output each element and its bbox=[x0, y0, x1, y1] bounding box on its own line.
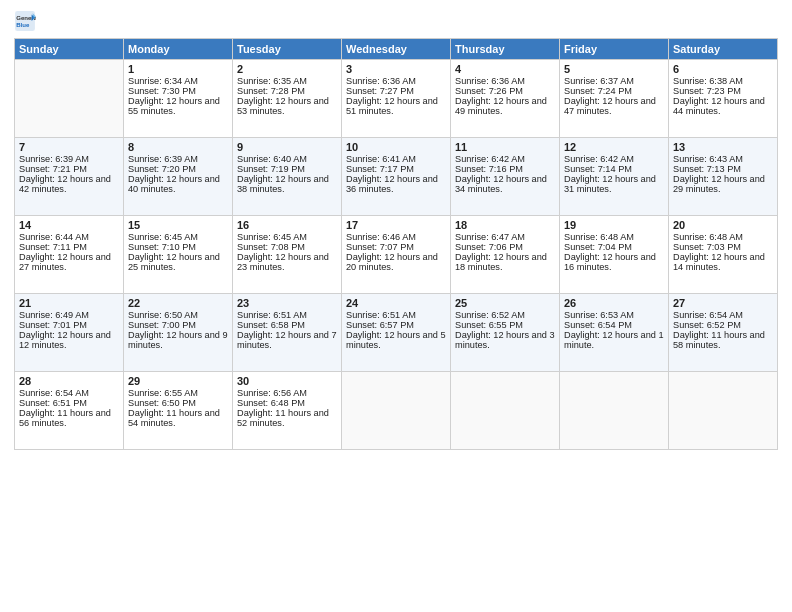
calendar-cell: 25Sunrise: 6:52 AMSunset: 6:55 PMDayligh… bbox=[451, 294, 560, 372]
col-header-sunday: Sunday bbox=[15, 39, 124, 60]
sunset-text: Sunset: 7:08 PM bbox=[237, 242, 337, 252]
sunset-text: Sunset: 7:17 PM bbox=[346, 164, 446, 174]
day-number: 2 bbox=[237, 63, 337, 75]
sunrise-text: Sunrise: 6:49 AM bbox=[19, 310, 119, 320]
day-number: 17 bbox=[346, 219, 446, 231]
calendar-cell: 18Sunrise: 6:47 AMSunset: 7:06 PMDayligh… bbox=[451, 216, 560, 294]
daylight-text: Daylight: 12 hours and 20 minutes. bbox=[346, 252, 446, 272]
day-number: 7 bbox=[19, 141, 119, 153]
sunrise-text: Sunrise: 6:34 AM bbox=[128, 76, 228, 86]
daylight-text: Daylight: 12 hours and 23 minutes. bbox=[237, 252, 337, 272]
daylight-text: Daylight: 12 hours and 7 minutes. bbox=[237, 330, 337, 350]
daylight-text: Daylight: 12 hours and 53 minutes. bbox=[237, 96, 337, 116]
sunrise-text: Sunrise: 6:44 AM bbox=[19, 232, 119, 242]
page-container: General Blue SundayMondayTuesdayWednesda… bbox=[0, 0, 792, 612]
sunrise-text: Sunrise: 6:50 AM bbox=[128, 310, 228, 320]
sunrise-text: Sunrise: 6:42 AM bbox=[455, 154, 555, 164]
sunrise-text: Sunrise: 6:53 AM bbox=[564, 310, 664, 320]
calendar-cell: 2Sunrise: 6:35 AMSunset: 7:28 PMDaylight… bbox=[233, 60, 342, 138]
calendar-cell: 15Sunrise: 6:45 AMSunset: 7:10 PMDayligh… bbox=[124, 216, 233, 294]
calendar-cell bbox=[560, 372, 669, 450]
col-header-friday: Friday bbox=[560, 39, 669, 60]
day-number: 15 bbox=[128, 219, 228, 231]
sunrise-text: Sunrise: 6:52 AM bbox=[455, 310, 555, 320]
calendar-cell: 30Sunrise: 6:56 AMSunset: 6:48 PMDayligh… bbox=[233, 372, 342, 450]
daylight-text: Daylight: 12 hours and 12 minutes. bbox=[19, 330, 119, 350]
daylight-text: Daylight: 11 hours and 54 minutes. bbox=[128, 408, 228, 428]
week-row-5: 28Sunrise: 6:54 AMSunset: 6:51 PMDayligh… bbox=[15, 372, 778, 450]
sunset-text: Sunset: 7:28 PM bbox=[237, 86, 337, 96]
sunset-text: Sunset: 7:24 PM bbox=[564, 86, 664, 96]
header: General Blue bbox=[14, 10, 778, 32]
sunset-text: Sunset: 7:06 PM bbox=[455, 242, 555, 252]
week-row-3: 14Sunrise: 6:44 AMSunset: 7:11 PMDayligh… bbox=[15, 216, 778, 294]
col-header-saturday: Saturday bbox=[669, 39, 778, 60]
daylight-text: Daylight: 12 hours and 47 minutes. bbox=[564, 96, 664, 116]
calendar-cell bbox=[15, 60, 124, 138]
calendar-cell bbox=[342, 372, 451, 450]
calendar-cell: 3Sunrise: 6:36 AMSunset: 7:27 PMDaylight… bbox=[342, 60, 451, 138]
daylight-text: Daylight: 12 hours and 25 minutes. bbox=[128, 252, 228, 272]
sunrise-text: Sunrise: 6:54 AM bbox=[673, 310, 773, 320]
calendar-table: SundayMondayTuesdayWednesdayThursdayFrid… bbox=[14, 38, 778, 450]
calendar-cell: 24Sunrise: 6:51 AMSunset: 6:57 PMDayligh… bbox=[342, 294, 451, 372]
sunset-text: Sunset: 6:57 PM bbox=[346, 320, 446, 330]
calendar-cell: 16Sunrise: 6:45 AMSunset: 7:08 PMDayligh… bbox=[233, 216, 342, 294]
day-number: 8 bbox=[128, 141, 228, 153]
sunset-text: Sunset: 6:55 PM bbox=[455, 320, 555, 330]
day-number: 30 bbox=[237, 375, 337, 387]
sunrise-text: Sunrise: 6:51 AM bbox=[237, 310, 337, 320]
sunset-text: Sunset: 7:27 PM bbox=[346, 86, 446, 96]
sunset-text: Sunset: 6:50 PM bbox=[128, 398, 228, 408]
day-number: 25 bbox=[455, 297, 555, 309]
day-number: 26 bbox=[564, 297, 664, 309]
daylight-text: Daylight: 12 hours and 18 minutes. bbox=[455, 252, 555, 272]
col-header-monday: Monday bbox=[124, 39, 233, 60]
svg-text:Blue: Blue bbox=[16, 22, 30, 28]
calendar-cell bbox=[669, 372, 778, 450]
sunrise-text: Sunrise: 6:45 AM bbox=[128, 232, 228, 242]
calendar-cell: 14Sunrise: 6:44 AMSunset: 7:11 PMDayligh… bbox=[15, 216, 124, 294]
daylight-text: Daylight: 12 hours and 27 minutes. bbox=[19, 252, 119, 272]
sunset-text: Sunset: 7:30 PM bbox=[128, 86, 228, 96]
day-number: 12 bbox=[564, 141, 664, 153]
calendar-cell: 11Sunrise: 6:42 AMSunset: 7:16 PMDayligh… bbox=[451, 138, 560, 216]
sunrise-text: Sunrise: 6:45 AM bbox=[237, 232, 337, 242]
sunset-text: Sunset: 7:11 PM bbox=[19, 242, 119, 252]
sunrise-text: Sunrise: 6:41 AM bbox=[346, 154, 446, 164]
logo-icon: General Blue bbox=[14, 10, 36, 32]
daylight-text: Daylight: 12 hours and 9 minutes. bbox=[128, 330, 228, 350]
day-number: 6 bbox=[673, 63, 773, 75]
sunset-text: Sunset: 7:16 PM bbox=[455, 164, 555, 174]
calendar-cell: 12Sunrise: 6:42 AMSunset: 7:14 PMDayligh… bbox=[560, 138, 669, 216]
day-number: 24 bbox=[346, 297, 446, 309]
sunrise-text: Sunrise: 6:56 AM bbox=[237, 388, 337, 398]
calendar-cell: 9Sunrise: 6:40 AMSunset: 7:19 PMDaylight… bbox=[233, 138, 342, 216]
daylight-text: Daylight: 11 hours and 52 minutes. bbox=[237, 408, 337, 428]
sunrise-text: Sunrise: 6:42 AM bbox=[564, 154, 664, 164]
sunrise-text: Sunrise: 6:36 AM bbox=[455, 76, 555, 86]
calendar-cell: 6Sunrise: 6:38 AMSunset: 7:23 PMDaylight… bbox=[669, 60, 778, 138]
calendar-cell: 1Sunrise: 6:34 AMSunset: 7:30 PMDaylight… bbox=[124, 60, 233, 138]
sunrise-text: Sunrise: 6:40 AM bbox=[237, 154, 337, 164]
day-number: 18 bbox=[455, 219, 555, 231]
daylight-text: Daylight: 12 hours and 1 minute. bbox=[564, 330, 664, 350]
sunset-text: Sunset: 7:01 PM bbox=[19, 320, 119, 330]
daylight-text: Daylight: 12 hours and 5 minutes. bbox=[346, 330, 446, 350]
sunset-text: Sunset: 7:07 PM bbox=[346, 242, 446, 252]
col-header-thursday: Thursday bbox=[451, 39, 560, 60]
calendar-cell: 21Sunrise: 6:49 AMSunset: 7:01 PMDayligh… bbox=[15, 294, 124, 372]
calendar-cell: 10Sunrise: 6:41 AMSunset: 7:17 PMDayligh… bbox=[342, 138, 451, 216]
header-row: SundayMondayTuesdayWednesdayThursdayFrid… bbox=[15, 39, 778, 60]
calendar-cell: 27Sunrise: 6:54 AMSunset: 6:52 PMDayligh… bbox=[669, 294, 778, 372]
daylight-text: Daylight: 12 hours and 14 minutes. bbox=[673, 252, 773, 272]
sunrise-text: Sunrise: 6:36 AM bbox=[346, 76, 446, 86]
logo: General Blue bbox=[14, 10, 38, 32]
day-number: 23 bbox=[237, 297, 337, 309]
daylight-text: Daylight: 12 hours and 40 minutes. bbox=[128, 174, 228, 194]
calendar-cell: 17Sunrise: 6:46 AMSunset: 7:07 PMDayligh… bbox=[342, 216, 451, 294]
sunrise-text: Sunrise: 6:54 AM bbox=[19, 388, 119, 398]
daylight-text: Daylight: 12 hours and 3 minutes. bbox=[455, 330, 555, 350]
col-header-tuesday: Tuesday bbox=[233, 39, 342, 60]
col-header-wednesday: Wednesday bbox=[342, 39, 451, 60]
